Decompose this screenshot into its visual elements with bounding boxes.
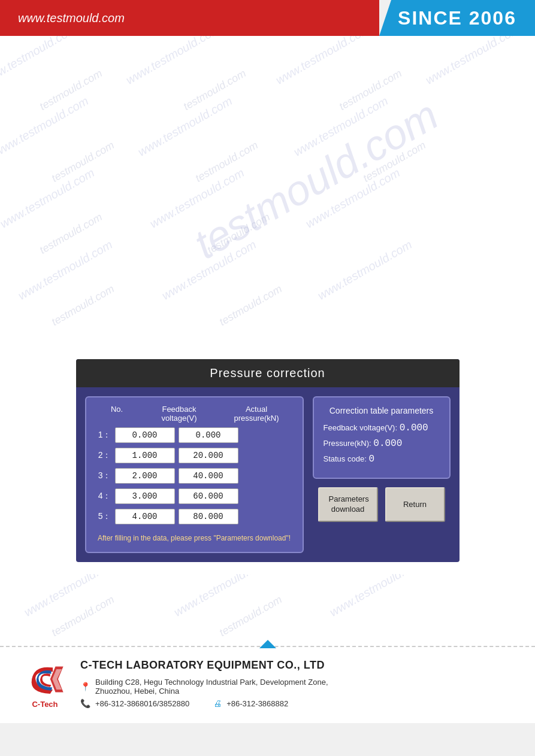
company-name: C-TECH LABORATORY EQUIPMENT CO., LTD [80, 659, 511, 672]
row-number-3: 3： [93, 470, 111, 481]
watermark: testmould.com [205, 211, 273, 257]
fax-row: 🖨 +86-312-3868882 [213, 699, 288, 708]
table-header-row: No. Feedbackvoltage(V) Actualpressure(kN… [93, 405, 295, 423]
address-row: 📍 Building C28, Hegu Technology Industri… [80, 678, 511, 696]
panel-title-text: Pressure correction [210, 366, 325, 379]
header: www.testmould.com SINCE 2006 [0, 0, 535, 36]
voltage-input-2[interactable] [115, 448, 175, 463]
col-header-no: No. [108, 405, 126, 423]
contact-pair-row: 📞 +86-312-3868016/3852880 🖨 +86-312-3868… [80, 699, 511, 711]
watermark: www.testmould.com [171, 574, 271, 620]
row-number-4: 4： [93, 491, 111, 502]
logo-area: C-Tech [24, 661, 66, 709]
feedback-voltage-label: Feedback voltage(V): [324, 423, 398, 432]
main-panel-wrapper: Pressure correction No. Feedbackvoltage(… [0, 353, 535, 574]
bottom-watermark-area: www.testmould.com www.testmould.com www.… [0, 574, 535, 646]
correction-title: Correction table parameters [324, 406, 440, 415]
watermark: www.testmould.com [303, 166, 403, 231]
row-number-5: 5： [93, 511, 111, 522]
pressure-input-3[interactable] [179, 468, 238, 484]
buttons-row: Parametersdownload Return [313, 487, 451, 522]
watermark: www.testmould.com [423, 36, 522, 87]
parameters-download-button[interactable]: Parametersdownload [318, 487, 378, 522]
panel-body: No. Feedbackvoltage(V) Actualpressure(kN… [76, 387, 460, 562]
feedback-voltage-field: Feedback voltage(V): 0.000 [324, 423, 440, 433]
voltage-input-3[interactable] [115, 468, 175, 484]
pressure-label: Pressure(kN): [324, 439, 371, 448]
watermark: www.testmould.com [0, 166, 97, 231]
watermark: www.testmould.com [273, 36, 373, 87]
footer-triangle-icon [259, 640, 276, 648]
watermark: www.testmould.com [159, 238, 259, 303]
watermark: testmould.com [50, 593, 117, 639]
address-text: Building C28, Hegu Technology Industrial… [95, 678, 328, 696]
watermark: testmould.com [337, 67, 404, 113]
status-field: Status code: 0 [324, 454, 440, 464]
website-text: www.testmould.com [18, 11, 125, 25]
logo-label: C-Tech [32, 700, 58, 709]
fax-icon: 🖨 [213, 699, 222, 708]
phone-icon: 📞 [80, 699, 90, 708]
table-row: 5： [93, 509, 295, 524]
ctech-logo-icon [24, 661, 66, 697]
fax-text: +86-312-3868882 [226, 699, 288, 708]
location-icon: 📍 [80, 682, 90, 691]
voltage-input-4[interactable] [115, 488, 175, 504]
table-row: 1： [93, 427, 295, 443]
status-label: Status code: [324, 454, 367, 463]
watermark: testmould.com [182, 67, 249, 113]
watermark: www.testmould.com [135, 94, 235, 159]
header-since-area: SINCE 2006 [379, 0, 535, 36]
pressure-panel: Pressure correction No. Feedbackvoltage(… [76, 359, 460, 562]
status-value: 0 [368, 454, 374, 464]
pressure-input-5[interactable] [179, 509, 238, 524]
watermark: www.testmould.com [291, 94, 391, 159]
watermark: testmould.com [217, 283, 285, 329]
panel-title: Pressure correction [76, 359, 460, 387]
pressure-input-1[interactable] [179, 427, 238, 443]
col-header-pressure: Actualpressure(kN) [232, 405, 280, 423]
footer-info: C-TECH LABORATORY EQUIPMENT CO., LTD 📍 B… [80, 659, 511, 711]
row-number-2: 2： [93, 450, 111, 461]
watermark: testmould.com [361, 139, 428, 185]
correction-box: Correction table parameters Feedback vol… [313, 396, 451, 479]
feedback-voltage-value: 0.000 [400, 423, 428, 433]
watermark: www.testmould.com [315, 238, 415, 303]
watermark: www.testmould.com [123, 36, 223, 87]
watermark: testmould.com [217, 593, 285, 639]
instruction-text: After filling in the data, please press … [93, 529, 295, 545]
phone-text: +86-312-3868016/3852880 [95, 699, 189, 708]
table-section: No. Feedbackvoltage(V) Actualpressure(kN… [85, 396, 304, 553]
table-row: 4： [93, 488, 295, 504]
pressure-input-4[interactable] [179, 488, 238, 504]
watermark: www.testmould.com [327, 574, 427, 620]
watermark: testmould.com [50, 139, 117, 185]
pressure-field: Pressure(kN): 0.000 [324, 438, 440, 449]
watermark: testmould.com [194, 139, 261, 185]
footer: C-Tech C-TECH LABORATORY EQUIPMENT CO., … [0, 646, 535, 723]
watermark: www.testmould.com [147, 166, 247, 231]
header-website-area: www.testmould.com [0, 0, 379, 36]
col-header-voltage: Feedbackvoltage(V) [155, 405, 203, 423]
since-text: SINCE 2006 [398, 7, 516, 29]
watermark: testmould.com [38, 67, 105, 113]
voltage-input-5[interactable] [115, 509, 175, 524]
pressure-input-2[interactable] [179, 448, 238, 463]
watermark-area-top: www.testmould.com www.testmould.com www.… [0, 36, 535, 353]
watermark: www.testmould.com [16, 238, 115, 303]
watermark: testmould.com [38, 211, 105, 257]
row-number-1: 1： [93, 430, 111, 441]
phone-row: 📞 +86-312-3868016/3852880 [80, 699, 189, 708]
pressure-value: 0.000 [373, 438, 402, 449]
watermark: www.testmould.com [0, 94, 91, 159]
watermark: testmould.com [50, 283, 117, 329]
large-watermark: testmould.com [186, 91, 446, 269]
table-row: 2： [93, 448, 295, 463]
watermark: www.testmould.com [22, 574, 121, 620]
right-section: Correction table parameters Feedback vol… [313, 396, 451, 553]
watermark: www.testmould.com [0, 36, 79, 87]
voltage-input-1[interactable] [115, 427, 175, 443]
table-row: 3： [93, 468, 295, 484]
return-button[interactable]: Return [385, 487, 445, 522]
